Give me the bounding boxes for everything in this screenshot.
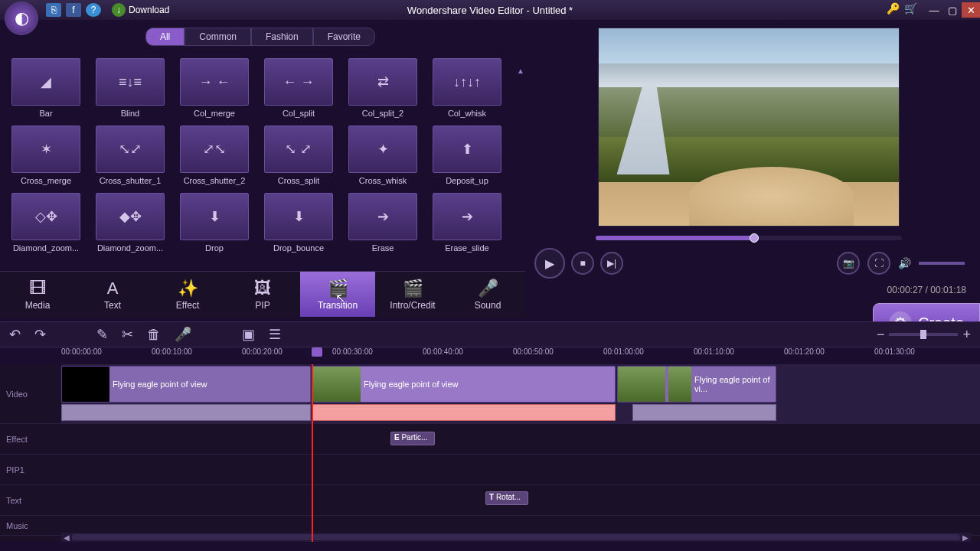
video-clip-2[interactable]: Flying eagle point of view: [312, 366, 616, 403]
stop-button[interactable]: ■: [571, 252, 594, 275]
undo-button[interactable]: ↶: [9, 326, 21, 343]
minimize-button[interactable]: —: [925, 2, 943, 18]
effect-clip[interactable]: E Partic...: [390, 432, 435, 445]
crop-button[interactable]: ▣: [242, 326, 255, 343]
snapshot-button[interactable]: 📷: [837, 252, 860, 275]
transition-label: Col_split: [283, 109, 315, 118]
transition-label: Diamond_zoom...: [13, 243, 79, 253]
transition-col-split[interactable]: ← →Col_split: [260, 58, 337, 118]
close-button[interactable]: ✕: [962, 2, 980, 18]
timeline-ruler[interactable]: 00:00:00:0000:00:10:0000:00:20:0000:00:3…: [61, 347, 965, 361]
video-clip-3[interactable]: Flying eagle point of vi...: [617, 366, 776, 403]
scroll-left-icon[interactable]: ◀: [61, 533, 72, 542]
module-icon: 🎬: [403, 279, 423, 298]
transition-cross-whisk[interactable]: ✦Cross_whisk: [345, 126, 421, 185]
window-title: Wondershare Video Editor - Untitled *: [407, 5, 573, 16]
track-video-content[interactable]: Flying eagle point of view Flying eagle …: [61, 364, 980, 423]
track-text-label: Text: [0, 485, 61, 515]
settings-button[interactable]: ☰: [269, 326, 281, 343]
zoom-slider[interactable]: [889, 333, 958, 336]
transition-col-split-2[interactable]: ⇄Col_split_2: [345, 58, 421, 118]
audio-clip-3[interactable]: [632, 404, 776, 421]
zoom-in-button[interactable]: +: [962, 327, 971, 343]
tab-common[interactable]: Common: [185, 28, 251, 46]
playhead-line[interactable]: [312, 364, 313, 542]
cart-icon[interactable]: 🛒: [904, 2, 917, 18]
transition-thumb: ≡↓≡: [96, 58, 165, 106]
module-tab-intro-credit[interactable]: 🎬Intro/Credit: [375, 272, 450, 317]
transition-erase-slide[interactable]: ➔Erase_slide: [429, 193, 505, 253]
scroll-up-icon[interactable]: ▲: [516, 66, 525, 75]
module-tab-media[interactable]: 🎞Media: [0, 272, 75, 317]
edit-button[interactable]: ✎: [96, 326, 108, 343]
transition-col-whisk[interactable]: ↓↑↓↑Col_whisk: [429, 58, 505, 118]
key-icon[interactable]: 🔑: [887, 2, 900, 18]
step-forward-button[interactable]: ▶|: [600, 252, 623, 275]
transition-diamond-zoom-[interactable]: ◆✥Diamond_zoom...: [92, 193, 168, 253]
transition-cross-shutter-1[interactable]: ⤡⤢Cross_shutter_1: [92, 126, 168, 185]
help-icon[interactable]: ?: [86, 3, 101, 17]
transition-drop[interactable]: ⬇Drop: [176, 193, 253, 253]
transition-cross-merge[interactable]: ✶Cross_merge: [8, 126, 84, 185]
volume-icon[interactable]: 🔊: [898, 257, 911, 269]
transition-cross-split[interactable]: ⤡ ⤢Cross_split: [260, 126, 337, 185]
cut-button[interactable]: ✂: [122, 326, 133, 343]
tab-favorite[interactable]: Favorite: [313, 28, 375, 46]
text-clip[interactable]: T Rotat...: [485, 491, 528, 505]
transition-erase[interactable]: ➔Erase: [345, 193, 421, 253]
explorer-icon[interactable]: ⎘: [46, 3, 61, 17]
fullscreen-button[interactable]: ⛶: [867, 252, 890, 275]
transition-thumb: ⤡ ⤢: [264, 126, 333, 173]
video-clip-1[interactable]: Flying eagle point of view: [61, 366, 311, 403]
module-tab-sound[interactable]: 🎤Sound: [450, 272, 525, 317]
play-button[interactable]: ▶: [534, 248, 565, 279]
module-label: Text: [104, 300, 121, 311]
audio-clip-2[interactable]: [312, 404, 616, 421]
transition-thumb: ◆✥: [96, 193, 165, 240]
module-tab-pip[interactable]: 🖼PIP: [225, 272, 300, 317]
ruler-mark: 00:00:40:00: [423, 347, 513, 361]
timeline-h-scrollbar[interactable]: ◀ ▶: [61, 533, 971, 542]
transition-col-merge[interactable]: → ←Col_merge: [176, 58, 253, 118]
maximize-button[interactable]: ▢: [943, 2, 962, 18]
module-tab-effect[interactable]: ✨Effect: [150, 272, 225, 317]
ruler-mark: 00:01:00:00: [603, 347, 694, 361]
playhead-marker[interactable]: [312, 347, 322, 357]
audio-clip-1[interactable]: [61, 404, 311, 421]
ruler-mark: 00:01:30:00: [874, 347, 965, 361]
transition-blind[interactable]: ≡↓≡Blind: [92, 58, 168, 118]
module-tab-text[interactable]: AText: [75, 272, 150, 317]
download-button[interactable]: ↓ Download: [112, 3, 169, 17]
track-effect-content[interactable]: E Partic...: [61, 424, 980, 454]
transition-drop-bounce[interactable]: ⬇Drop_bounce: [260, 193, 337, 253]
volume-slider[interactable]: [919, 262, 965, 265]
redo-button[interactable]: ↷: [34, 326, 46, 343]
voiceover-button[interactable]: 🎤: [175, 326, 191, 343]
track-effect: Effect E Partic...: [0, 424, 980, 455]
clip-3-thumb-2: [668, 367, 691, 402]
transition-label: Cross_shutter_1: [100, 176, 162, 185]
transition-label: Cross_whisk: [359, 176, 407, 185]
scroll-right-icon[interactable]: ▶: [960, 533, 971, 542]
preview-progress[interactable]: [596, 236, 902, 240]
transition-cross-shutter-2[interactable]: ⤢⤡Cross_shutter_2: [176, 126, 253, 185]
track-pip-content[interactable]: [61, 455, 980, 484]
preview-panel: ▶ ■ ▶| 📷 ⛶ 🔊 00:00:27 / 00:01:18: [527, 28, 971, 279]
zoom-out-button[interactable]: −: [877, 327, 885, 343]
tab-all[interactable]: All: [145, 28, 185, 46]
timeline: Video Flying eagle point of view Flying …: [0, 364, 980, 542]
clip-3-label: Flying eagle point of vi...: [694, 375, 776, 393]
delete-button[interactable]: 🗑: [147, 327, 161, 343]
track-effect-label: Effect: [0, 424, 61, 454]
clip-3-thumb: [618, 367, 665, 402]
transition-deposit-up[interactable]: ⬆Deposit_up: [429, 126, 505, 185]
transition-label: Col_split_2: [362, 109, 403, 118]
module-tab-transition[interactable]: 🎬Transition: [300, 272, 375, 317]
track-text-content[interactable]: T Rotat...: [61, 485, 980, 515]
transition-bar[interactable]: ◢Bar: [8, 58, 84, 118]
transition-thumb: ◢: [11, 58, 80, 106]
tab-fashion[interactable]: Fashion: [251, 28, 313, 46]
facebook-icon[interactable]: f: [66, 3, 81, 17]
module-label: Sound: [475, 300, 501, 311]
transition-diamond-zoom-[interactable]: ◇✥Diamond_zoom...: [8, 193, 84, 253]
